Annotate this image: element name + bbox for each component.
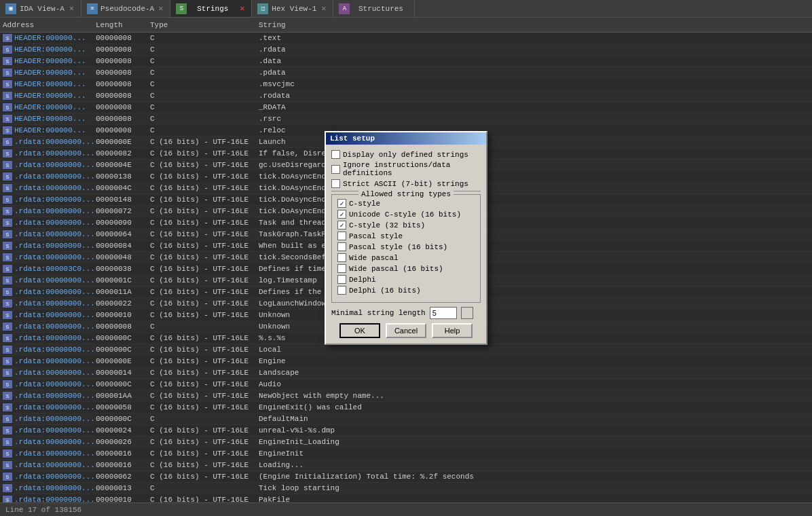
string-type-row-unicode_c_style[interactable]: Unicode C-style (16 bits) [337, 210, 475, 219]
checkbox-delphi_16[interactable] [337, 286, 346, 295]
table-row[interactable]: S HEADER:000000... 00000008 C _RDATA [0, 102, 812, 113]
table-row[interactable]: S .rdata:00000000... 00000016 C (16 bits… [0, 460, 812, 471]
table-row[interactable]: S HEADER:000000... 00000008 C .data [0, 56, 812, 67]
checkbox-pascal_style_16[interactable] [337, 242, 346, 251]
table-row[interactable]: S .rdata:00000000... 00000013 C Tick loo… [0, 483, 812, 494]
cell-type: C (16 bits) - UTF-16LE [150, 299, 259, 308]
cell-address: .rdata:00000000... [14, 484, 96, 492]
tab-pseudocode[interactable]: ≡ Pseudocode-A ✕ [81, 0, 170, 17]
cell-length: 00000008 [96, 103, 150, 111]
cell-string: .text [259, 34, 809, 42]
cell-length: 00000014 [96, 369, 150, 377]
table-row[interactable]: S HEADER:000000... 00000008 C .rsrc [0, 113, 812, 125]
string-type-row-c_style[interactable]: C-style [337, 199, 475, 208]
cell-length: 00000062 [96, 473, 150, 481]
cell-length: 00000084 [96, 242, 150, 250]
table-row[interactable]: S .rdata:00000000... 0000000C C (16 bits… [0, 379, 812, 390]
cell-type: C (16 bits) - UTF-16LE [150, 311, 259, 319]
min-length-dropdown[interactable]: ▼ [461, 307, 473, 319]
dialog-content: Display only defined strings Ignore inst… [326, 145, 486, 344]
cell-string: Landscape [259, 369, 809, 377]
cell-string: DefaultMain [259, 415, 809, 423]
cell-address: .rdata:00000000... [14, 299, 96, 308]
cell-string: .data [259, 57, 809, 65]
cell-address: HEADER:000000... [14, 34, 96, 42]
checkbox-ignore-instructions-label: Ignore instructions/data definitions [343, 161, 481, 177]
tab-hex-view-close[interactable]: ✕ [320, 3, 327, 14]
cell-string: .pdata [259, 69, 809, 77]
table-row[interactable]: S .rdata:00000000... 00000016 C (16 bits… [0, 448, 812, 460]
tab-ida-view[interactable]: ▣ IDA View-A ✕ [0, 0, 81, 17]
row-icon: S [3, 473, 12, 481]
checkbox-pascal_style-label: Pascal style [349, 232, 403, 240]
table-row[interactable]: S .rdata:00000000... 00000010 C (16 bits… [0, 494, 812, 502]
cell-length: 0000000C [96, 380, 150, 388]
cell-type: C (16 bits) - UTF-16LE [150, 276, 259, 284]
checkbox-row-display-only[interactable]: Display only defined strings [331, 150, 481, 159]
table-row[interactable]: S HEADER:000000... 00000008 C .rdata [0, 44, 812, 56]
checkbox-display-only[interactable] [331, 150, 340, 159]
tab-hex-view[interactable]: ◫ Hex View-1 ✕ [252, 0, 333, 17]
cell-length: 00000008 [96, 126, 150, 134]
table-row[interactable]: S .rdata:00000000... 00000058 C (16 bits… [0, 402, 812, 413]
checkbox-c_style[interactable] [337, 199, 346, 208]
table-row[interactable]: S .rdata:00000000... 0000000C C DefaultM… [0, 413, 812, 425]
checkbox-unicode_c_style[interactable] [337, 210, 346, 219]
checkbox-wide_pascal_16[interactable] [337, 264, 346, 273]
tab-structures[interactable]: A Structures [333, 0, 415, 17]
cell-length: 00000008 [96, 69, 150, 77]
cancel-button[interactable]: Cancel [386, 323, 426, 338]
checkbox-strict-ascii[interactable] [331, 179, 340, 188]
tab-pseudocode-close[interactable]: ✕ [157, 3, 164, 14]
cell-string: .rodata [259, 92, 809, 100]
cell-length: 0000000E [96, 138, 150, 146]
table-row[interactable]: S .rdata:00000000... 000001AA C (16 bits… [0, 390, 812, 402]
row-icon: S [3, 242, 12, 250]
hex-view-icon: ◫ [257, 3, 268, 14]
checkbox-wide_pascal[interactable] [337, 253, 346, 262]
table-row[interactable]: S .rdata:00000000... 00000026 C (16 bits… [0, 437, 812, 448]
help-button[interactable]: Help [432, 323, 473, 338]
tab-ida-view-close[interactable]: ✕ [68, 3, 75, 14]
cell-string: Tick loop starting [259, 484, 809, 492]
string-type-row-c_style_32[interactable]: C-style (32 bits) [337, 221, 475, 229]
checkbox-c_style_32[interactable] [337, 221, 346, 229]
table-row[interactable]: S HEADER:000000... 00000008 C .pdata [0, 67, 812, 79]
string-type-row-pascal_style_16[interactable]: Pascal style (16 bits) [337, 242, 475, 251]
cell-type: C (16 bits) - UTF-16LE [150, 473, 259, 481]
cell-type: C [150, 415, 259, 423]
checkbox-delphi[interactable] [337, 275, 346, 284]
tab-strings[interactable]: S Strings ✕ [170, 0, 252, 17]
table-row[interactable]: S .rdata:00000000... 00000014 C (16 bits… [0, 367, 812, 379]
cell-string: Loading... [259, 461, 809, 469]
string-types-container: C-style Unicode C-style (16 bits) C-styl… [337, 199, 475, 295]
checkbox-wide_pascal-label: Wide pascal [349, 254, 399, 262]
table-row[interactable]: S HEADER:000000... 00000008 C .text [0, 33, 812, 44]
row-icon: S [3, 357, 12, 365]
table-row[interactable]: S HEADER:000000... 00000008 C .msvcjmc [0, 79, 812, 90]
string-type-row-delphi[interactable]: Delphi [337, 275, 475, 284]
table-row[interactable]: S .rdata:00000000... 0000000C C (16 bits… [0, 344, 812, 356]
checkbox-ignore-instructions[interactable] [331, 165, 340, 174]
checkbox-c_style-label: C-style [349, 200, 380, 208]
string-type-row-wide_pascal_16[interactable]: Wide pascal (16 bits) [337, 264, 475, 273]
table-row[interactable]: S .rdata:00000000... 0000000E C (16 bits… [0, 356, 812, 367]
table-row[interactable]: S HEADER:000000... 00000008 C .rodata [0, 90, 812, 102]
ok-button[interactable]: OK [339, 323, 380, 338]
cell-address: .rdata:00000000... [14, 219, 96, 227]
min-length-input[interactable] [430, 307, 457, 319]
table-row[interactable]: S .rdata:00000000... 00000024 C (16 bits… [0, 425, 812, 437]
cell-address: .rdata:00000000... [14, 357, 96, 365]
string-type-row-wide_pascal[interactable]: Wide pascal [337, 253, 475, 262]
row-icon: S [3, 415, 12, 423]
checkbox-row-ignore-instructions[interactable]: Ignore instructions/data definitions [331, 161, 481, 177]
checkbox-pascal_style[interactable] [337, 232, 346, 240]
checkbox-row-strict-ascii[interactable]: Strict ASCII (7-bit) strings [331, 179, 481, 188]
string-type-row-delphi_16[interactable]: Delphi (16 bits) [337, 286, 475, 295]
tab-strings-close[interactable]: ✕ [238, 3, 246, 14]
table-row[interactable]: S .rdata:00000000... 00000062 C (16 bits… [0, 471, 812, 483]
cell-address: .rdata:000003C0... [14, 265, 96, 273]
cell-length: 00000008 [96, 57, 150, 65]
row-icon: S [3, 149, 12, 158]
string-type-row-pascal_style[interactable]: Pascal style [337, 232, 475, 240]
